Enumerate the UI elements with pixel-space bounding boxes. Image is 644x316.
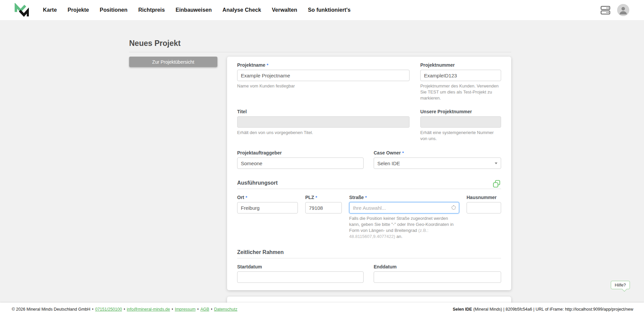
nav-item-so-funktionierts[interactable]: So funktioniert's (308, 7, 351, 13)
field-case-owner: Case Owner * Selen IDE (374, 150, 501, 169)
field-unsere-projektnummer: Unsere Projektnummer Erhält eine systemg… (420, 109, 501, 142)
enddatum-input[interactable] (374, 271, 501, 283)
ort-label: Ort (237, 194, 244, 201)
field-projektauftraggeber: Projektauftraggeber (237, 150, 364, 169)
form-row-titel-nummer: Titel Erhält den von uns vorgegebenen Ti… (237, 109, 501, 142)
page-title: Neues Projekt (129, 39, 180, 48)
footer-link-datenschutz[interactable]: Datenschutz (214, 307, 237, 312)
unsere-projektnummer-input (420, 116, 501, 128)
top-navigation: Karte Projekte Positionen Richtpreis Ein… (0, 0, 644, 20)
projektname-label: Projektname (237, 62, 265, 68)
field-projektnummer: Projektnummer Projektnummer des Kunden. … (420, 62, 501, 101)
projektnummer-label: Projektnummer (420, 62, 455, 68)
logo-mm-icon (13, 3, 29, 17)
back-to-project-overview-button[interactable]: Zur Projektübersicht (129, 57, 217, 67)
projektauftraggeber-input[interactable] (237, 157, 364, 169)
field-enddatum: Enddatum (374, 264, 501, 283)
required-marker: * (315, 194, 317, 201)
storage-icon[interactable] (600, 6, 610, 15)
field-startdatum: Startdatum (237, 264, 364, 283)
titel-helper: Erhält den von uns vorgegebenen Titel. (237, 130, 410, 136)
projektauftraggeber-label: Projektauftraggeber (237, 150, 282, 156)
required-marker: * (402, 150, 404, 156)
enddatum-label: Enddatum (374, 264, 396, 270)
titel-input (237, 116, 410, 128)
nav-right-actions (600, 4, 629, 16)
startdatum-input[interactable] (237, 271, 364, 283)
section-zeitlicher-rahmen: Zeitlicher Rahmen (237, 249, 501, 258)
field-strasse: Straße * Falls die Position keiner Straß… (349, 194, 459, 240)
footer-link-agb[interactable]: AGB (200, 307, 209, 312)
footer-legal: © 2026 Mineral Minds Deutschland GmbH • … (12, 307, 237, 312)
footer-session-info: Selen IDE (Mineral Minds) | 8209b5fc54a6… (453, 307, 633, 312)
copyright-text: © 2026 Mineral Minds Deutschland GmbH (12, 307, 90, 312)
strasse-input[interactable] (349, 202, 459, 213)
footer-link-email[interactable]: info@mineral-minds.de (127, 307, 170, 312)
form-row-address: Ort * PLZ * Straße * Falls die Position … (237, 194, 501, 240)
main-menu: Karte Projekte Positionen Richtpreis Ein… (43, 7, 351, 13)
plz-input[interactable] (305, 202, 342, 213)
footer-user-name: Selen IDE (453, 307, 472, 312)
nav-item-projekte[interactable]: Projekte (67, 7, 89, 13)
unsere-projektnummer-label: Unsere Projektnummer (420, 109, 472, 115)
plz-label: PLZ (305, 194, 314, 201)
case-owner-selected-value: Selen IDE (377, 161, 400, 166)
nav-item-analyse-check[interactable]: Analyse Check (222, 7, 261, 13)
loading-spinner-icon (451, 205, 456, 210)
nav-item-karte[interactable]: Karte (43, 7, 57, 13)
copy-location-icon[interactable] (492, 180, 501, 188)
field-hausnummer: Hausnummer (467, 194, 501, 240)
ausfuehrungsort-title: Ausführungsort (237, 180, 278, 186)
user-avatar-icon[interactable] (617, 4, 629, 16)
help-button[interactable]: Hilfe? (611, 281, 630, 289)
title-divider (129, 52, 511, 52)
required-marker: * (365, 194, 367, 201)
projektname-helper: Name vom Kunden festlegbar (237, 83, 410, 89)
field-titel: Titel Erhält den von uns vorgegebenen Ti… (237, 109, 410, 142)
form-row-auftraggeber-owner: Projektauftraggeber Case Owner * Selen I… (237, 150, 501, 169)
section-ausfuehrungsort: Ausführungsort (237, 180, 501, 189)
hausnummer-label: Hausnummer (467, 194, 496, 201)
projektnummer-input[interactable] (420, 70, 501, 81)
field-ort: Ort * (237, 194, 298, 240)
page-footer: © 2026 Mineral Minds Deutschland GmbH • … (0, 303, 644, 316)
nav-item-einbauweisen[interactable]: Einbauweisen (175, 7, 212, 13)
required-marker: * (267, 62, 268, 68)
startdatum-label: Startdatum (237, 264, 262, 270)
field-projektname: Projektname * Name vom Kunden festlegbar (237, 62, 410, 101)
strasse-helper: Falls die Position keiner Straße zugeord… (349, 215, 459, 240)
strasse-label: Straße (349, 194, 364, 201)
nav-item-verwalten[interactable]: Verwalten (272, 7, 297, 13)
ort-input[interactable] (237, 202, 298, 213)
nav-item-positionen[interactable]: Positionen (100, 7, 127, 13)
footer-iframe-info: (Mineral Minds) | 8209b5fc54a6 | URL of … (472, 307, 633, 312)
form-row-dates: Startdatum Enddatum (237, 264, 501, 283)
new-project-form-card: Projektname * Name vom Kunden festlegbar… (227, 57, 511, 290)
unsere-projektnummer-helper: Erhält eine systemgenerierte Nummer von … (420, 130, 501, 142)
footer-link-impressum[interactable]: Impressum (175, 307, 196, 312)
footer-link-phone[interactable]: 07151/250100 (95, 307, 122, 312)
titel-label: Titel (237, 109, 247, 115)
field-plz: PLZ * (305, 194, 342, 240)
case-owner-select[interactable]: Selen IDE (374, 157, 501, 169)
zeitlicher-rahmen-title: Zeitlicher Rahmen (237, 249, 284, 255)
projektnummer-helper: Projektnummer des Kunden. Verwenden Sie … (420, 83, 501, 101)
projektname-input[interactable] (237, 70, 410, 81)
case-owner-label: Case Owner (374, 150, 401, 156)
chevron-down-icon (495, 163, 497, 164)
mineral-minds-logo[interactable] (13, 3, 29, 17)
nav-item-richtpreis[interactable]: Richtpreis (138, 7, 165, 13)
hausnummer-input[interactable] (467, 202, 501, 213)
required-marker: * (246, 194, 247, 201)
form-row-name-number: Projektname * Name vom Kunden festlegbar… (237, 62, 501, 101)
